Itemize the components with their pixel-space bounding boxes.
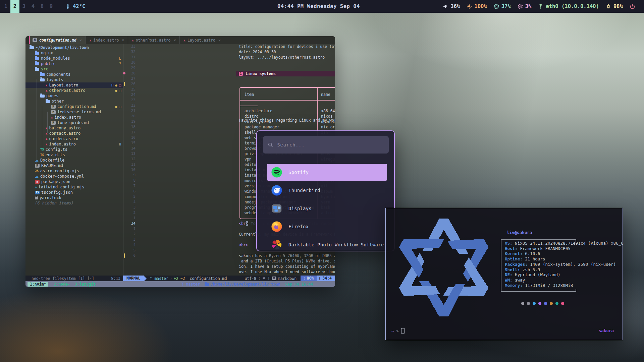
line-number: 19 bbox=[125, 119, 136, 124]
neo-tree-file-explorer[interactable]: ~/Development/liv.townnginxnode_modulesE… bbox=[25, 44, 123, 276]
tree-item-otherPost.astro[interactable]: ▲otherPost.astro●□ bbox=[25, 88, 123, 93]
launcher-search-box[interactable] bbox=[263, 136, 389, 154]
fetch-info-value: Hyprland (Wayland) bbox=[513, 272, 560, 277]
launcher-item-Firefox[interactable]: Firefox bbox=[267, 218, 387, 235]
prompt-char: > bbox=[396, 328, 399, 334]
palette-dot bbox=[538, 302, 541, 305]
tree-item-garden.astro[interactable]: ▲garden.astro bbox=[25, 136, 123, 141]
tree-item-docker-compose.yml[interactable]: ☁docker-compose.yml bbox=[25, 174, 123, 179]
table-row: package managernix or emerge bbox=[240, 124, 335, 130]
tree-item-src[interactable]: src bbox=[25, 66, 123, 72]
tmux-window-1:nvim*[interactable]: 1:nvim* bbox=[28, 282, 48, 287]
tree-item-index.astro[interactable]: ▲index.astro bbox=[25, 115, 123, 120]
line-number: 4 bbox=[125, 242, 136, 248]
line-number: 7 bbox=[125, 183, 136, 189]
nix-snowflake-logo bbox=[390, 214, 498, 321]
markdown-icon: M bbox=[272, 277, 276, 280]
line-number: 11 bbox=[125, 162, 136, 167]
tree-item-components[interactable]: components bbox=[25, 72, 123, 77]
launcher-item-Thunderbird[interactable]: Thunderbird bbox=[267, 182, 387, 199]
fetch-info-key: Kernel: bbox=[505, 251, 523, 256]
tree-item-tsconfig.json[interactable]: TStsconfig.json bbox=[25, 190, 123, 195]
folder-icon bbox=[35, 52, 39, 55]
gpu-indicator: 3% bbox=[518, 3, 532, 9]
workspace-9[interactable]: 9 bbox=[47, 0, 56, 13]
tree-item-~/Development/liv.town[interactable]: ~/Development/liv.town bbox=[25, 45, 123, 50]
chip-icon bbox=[518, 4, 523, 9]
tree-item-node_modules[interactable]: node_modulesE bbox=[25, 56, 123, 61]
line-number: 15 bbox=[125, 140, 136, 146]
tree-item-pages[interactable]: pages bbox=[25, 93, 123, 99]
tree-item-astro.config.mjs[interactable]: JSastro.config.mjs bbox=[25, 168, 123, 174]
tree-item-README.md[interactable]: MREADME.md bbox=[25, 163, 123, 168]
tree-hidden-note: (6 hidden items) bbox=[25, 200, 123, 206]
tree-item-Layout.astro[interactable]: ▲Layout.astroH●□ bbox=[25, 82, 123, 88]
tab-label: configuration.md bbox=[39, 38, 76, 43]
astro-icon: ▲ bbox=[46, 83, 47, 87]
power-icon bbox=[630, 4, 635, 9]
tree-item-balcony.astro[interactable]: ▲balcony.astro bbox=[25, 125, 123, 131]
close-icon[interactable]: × bbox=[79, 38, 82, 43]
frontmatter-line: date: 2024-08-30 bbox=[239, 49, 276, 55]
workspace-3[interactable]: 3 bbox=[19, 0, 29, 13]
ts-orange-icon: TS bbox=[40, 153, 44, 157]
fetch-info-line: Shell: zsh 5.9 bbox=[505, 267, 624, 273]
launcher-item-Darktable Photo Workflow Software[interactable]: Darktable Photo Workflow Software bbox=[267, 236, 387, 251]
status-badge: □ bbox=[119, 105, 121, 109]
search-input[interactable] bbox=[276, 142, 384, 148]
tree-item-fediverse-terms.md[interactable]: Mfediverse-terms.md bbox=[25, 109, 123, 115]
thunderbird-icon bbox=[271, 185, 282, 196]
tree-item-yarn.lock[interactable]: yarn.lock bbox=[25, 195, 123, 200]
shell-prompt[interactable]: ~ > bbox=[391, 328, 405, 334]
line-number: 33 bbox=[125, 44, 136, 49]
tree-item-contact.astro[interactable]: ▲contact.astro bbox=[25, 131, 123, 136]
tab-index.astro[interactable]: ▲index.astro× bbox=[86, 36, 128, 44]
tree-item-badges: H●□ bbox=[111, 82, 121, 88]
workspace-8[interactable]: 8 bbox=[38, 0, 47, 13]
tmux-clock: Sep 04 16:44 bbox=[285, 282, 313, 287]
line-number: 17 bbox=[125, 130, 136, 135]
tree-item-other[interactable]: other bbox=[25, 99, 123, 104]
system-indicators: 36% 100% 37% 3% eth0 (10.0.0.140) 98% bbox=[443, 0, 644, 13]
gutter-mark bbox=[124, 253, 125, 258]
tree-item-config.ts[interactable]: TSconfig.ts bbox=[25, 147, 123, 152]
chevron-right-icon: ⟩ bbox=[170, 277, 172, 280]
paragraph-line: and a 2TB (Crucial P5 Plus) NVMe drive. … bbox=[239, 258, 335, 264]
astro-icon: ▲ bbox=[46, 142, 47, 146]
os-icon: ❄ bbox=[262, 276, 265, 281]
tree-item-layouts[interactable]: layouts bbox=[25, 77, 123, 82]
powerline-arrow-icon bbox=[144, 276, 147, 281]
workspace-1[interactable]: 1 bbox=[1, 0, 10, 13]
tree-item-tailwind.config.mjs[interactable]: ≈tailwind.config.mjs bbox=[25, 184, 123, 190]
app-launcher[interactable]: SpotifyThunderbirdDisplaysFirefoxDarktab… bbox=[256, 130, 395, 251]
power-button[interactable] bbox=[630, 4, 635, 9]
launcher-item-Spotify[interactable]: Spotify bbox=[267, 164, 387, 181]
tree-item-package.json[interactable]: npackage.json bbox=[25, 179, 123, 184]
tree-item-public[interactable]: public? bbox=[25, 61, 123, 66]
tree-item-index.astro[interactable]: ▲index.astroH bbox=[25, 141, 123, 147]
tree-item-configuration.md[interactable]: Mconfiguration.md●□ bbox=[25, 104, 123, 109]
workspace-switcher: 123489 bbox=[1, 0, 56, 13]
tree-item-label: contact.astro bbox=[49, 131, 80, 136]
tmux-window-2:node-[interactable]: 2:node- bbox=[54, 282, 70, 287]
launcher-item-Displays[interactable]: Displays bbox=[267, 200, 387, 217]
tree-item-Dockerfile[interactable]: ☁Dockerfile bbox=[25, 158, 123, 163]
tree-item-env.d.ts[interactable]: TSenv.d.ts bbox=[25, 152, 123, 158]
tmux-window-3:lazygit[interactable]: 3:lazygit bbox=[75, 282, 96, 287]
workspace-4[interactable]: 4 bbox=[29, 0, 38, 13]
workspace-2[interactable]: 2 bbox=[10, 0, 19, 13]
scroll-progress: ⟨80% bbox=[301, 276, 317, 281]
table-header-separator bbox=[240, 100, 335, 101]
tmux-cwd: /home/liv/Development/liv.town bbox=[205, 282, 280, 287]
line-number: 12 bbox=[125, 157, 136, 162]
tab-configuration.md[interactable]: Mconfiguration.md× bbox=[29, 36, 86, 44]
table-cell-name: nixos or gentoo bbox=[321, 114, 335, 119]
cursor-location: ⟨34:4 bbox=[317, 276, 335, 281]
fetch-terminal-window[interactable]: liv@sakura OS: NixOS 24.11.20240828.71e9… bbox=[385, 208, 623, 340]
tree-item-tone-guide.md[interactable]: Mtone-guide.md bbox=[25, 120, 123, 125]
markdown-icon: M bbox=[33, 38, 37, 42]
tree-item-label: otherPost.astro bbox=[49, 88, 85, 93]
fetch-info-value: 1409 (nix-system), 2590 (nix-user) bbox=[528, 262, 616, 267]
astro-icon: ▲ bbox=[51, 116, 53, 119]
tree-item-nginx[interactable]: nginx bbox=[25, 50, 123, 56]
